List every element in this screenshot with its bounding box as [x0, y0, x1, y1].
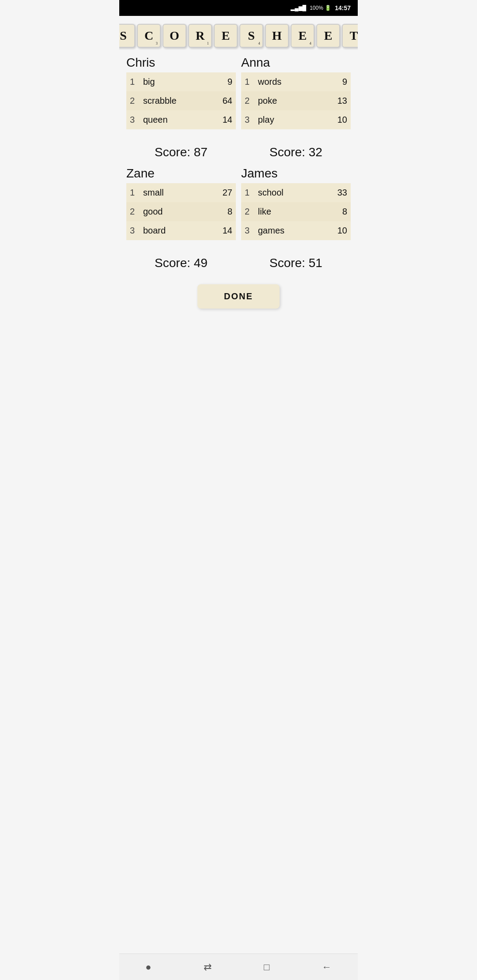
chris-total: Score: 87 [126, 133, 236, 166]
player-chris: Chris 1 big 9 2 scrabble 64 3 queen 14 [126, 56, 236, 129]
overview-icon[interactable]: □ [264, 961, 269, 973]
row-num: 2 [126, 202, 140, 221]
anna-total: Score: 32 [241, 133, 351, 166]
title-tile-r: R1 [188, 24, 212, 48]
row-num: 3 [126, 221, 140, 240]
scoresheet-title: SC3OR1ES4HE4ET1 [119, 24, 358, 48]
table-row: 2 good 8 [126, 202, 236, 221]
table-row: 3 games 10 [241, 221, 351, 240]
row-num: 3 [241, 221, 254, 240]
title-tile-s: S [119, 24, 135, 48]
row-num: 1 [126, 183, 140, 202]
row-score: 33 [333, 183, 351, 202]
row-word: queen [140, 110, 218, 129]
row-score: 9 [218, 72, 236, 91]
title-tile-e: E4 [291, 24, 314, 48]
row-num: 3 [126, 110, 140, 129]
main-content: Chris 1 big 9 2 scrabble 64 3 queen 14 A… [119, 52, 358, 954]
done-button[interactable]: DONE [197, 284, 280, 309]
table-row: 2 scrabble 64 [126, 91, 236, 110]
row-score: 64 [218, 91, 236, 110]
table-row: 3 queen 14 [126, 110, 236, 129]
zane-score-table: 1 small 27 2 good 8 3 board 14 [126, 183, 236, 240]
player-james: James 1 school 33 2 like 8 3 games 10 [241, 166, 351, 240]
table-row: 1 small 27 [126, 183, 236, 202]
table-row: 1 big 9 [126, 72, 236, 91]
table-row: 2 poke 13 [241, 91, 351, 110]
table-row: 3 board 14 [126, 221, 236, 240]
row-score: 27 [218, 183, 236, 202]
james-total: Score: 51 [241, 244, 351, 277]
recent-apps-icon[interactable]: ⇄ [204, 961, 212, 973]
status-bar: ▂▄▆█ 100% 🔋 14:57 [119, 0, 358, 16]
title-tile-c: C3 [137, 24, 161, 48]
table-row: 2 like 8 [241, 202, 351, 221]
row-num: 1 [241, 72, 254, 91]
row-score: 10 [333, 110, 351, 129]
row-num: 1 [126, 72, 140, 91]
table-row: 1 school 33 [241, 183, 351, 202]
player-zane: Zane 1 small 27 2 good 8 3 board 14 [126, 166, 236, 240]
table-row: 1 words 9 [241, 72, 351, 91]
row-word: small [140, 183, 218, 202]
zane-total: Score: 49 [126, 244, 236, 277]
title-tile-t: T1 [342, 24, 358, 48]
anna-score-table: 1 words 9 2 poke 13 3 play 10 [241, 72, 351, 129]
back-icon[interactable]: ← [322, 961, 332, 973]
row-word: words [254, 72, 333, 91]
nav-bar: ● ⇄ □ ← [119, 954, 358, 980]
row-word: big [140, 72, 218, 91]
home-icon[interactable]: ● [145, 961, 151, 973]
row-score: 10 [333, 221, 351, 240]
top-scores-row: Score: 87 Score: 32 [126, 133, 351, 166]
row-word: like [254, 202, 333, 221]
row-score: 8 [333, 202, 351, 221]
row-num: 2 [241, 202, 254, 221]
title-tile-s: S4 [239, 24, 263, 48]
chris-score-table: 1 big 9 2 scrabble 64 3 queen 14 [126, 72, 236, 129]
chris-name: Chris [126, 56, 236, 70]
row-score: 9 [333, 72, 351, 91]
row-num: 2 [241, 91, 254, 110]
title-tile-e: E [316, 24, 340, 48]
signal-icon: ▂▄▆█ [291, 5, 306, 11]
row-word: poke [254, 91, 333, 110]
row-score: 8 [218, 202, 236, 221]
title-area: SC3OR1ES4HE4ET1 [119, 16, 358, 52]
row-word: scrabble [140, 91, 218, 110]
row-score: 14 [218, 110, 236, 129]
row-word: play [254, 110, 333, 129]
row-score: 13 [333, 91, 351, 110]
row-word: board [140, 221, 218, 240]
clock: 14:57 [335, 4, 351, 11]
row-num: 3 [241, 110, 254, 129]
james-score-table: 1 school 33 2 like 8 3 games 10 [241, 183, 351, 240]
top-players-grid: Chris 1 big 9 2 scrabble 64 3 queen 14 A… [126, 56, 351, 133]
bottom-players-grid: Zane 1 small 27 2 good 8 3 board 14 Jame… [126, 166, 351, 244]
row-num: 1 [241, 183, 254, 202]
row-word: games [254, 221, 333, 240]
table-row: 3 play 10 [241, 110, 351, 129]
row-word: good [140, 202, 218, 221]
player-anna: Anna 1 words 9 2 poke 13 3 play 10 [241, 56, 351, 129]
battery-indicator: 100% 🔋 [310, 5, 331, 11]
done-area: DONE [126, 277, 351, 312]
title-tile-h: H [265, 24, 289, 48]
zane-name: Zane [126, 166, 236, 181]
anna-name: Anna [241, 56, 351, 70]
title-tile-e: E [214, 24, 238, 48]
title-tile-o: O [163, 24, 186, 48]
row-num: 2 [126, 91, 140, 110]
bottom-scores-row: Score: 49 Score: 51 [126, 244, 351, 277]
row-score: 14 [218, 221, 236, 240]
row-word: school [254, 183, 333, 202]
james-name: James [241, 166, 351, 181]
